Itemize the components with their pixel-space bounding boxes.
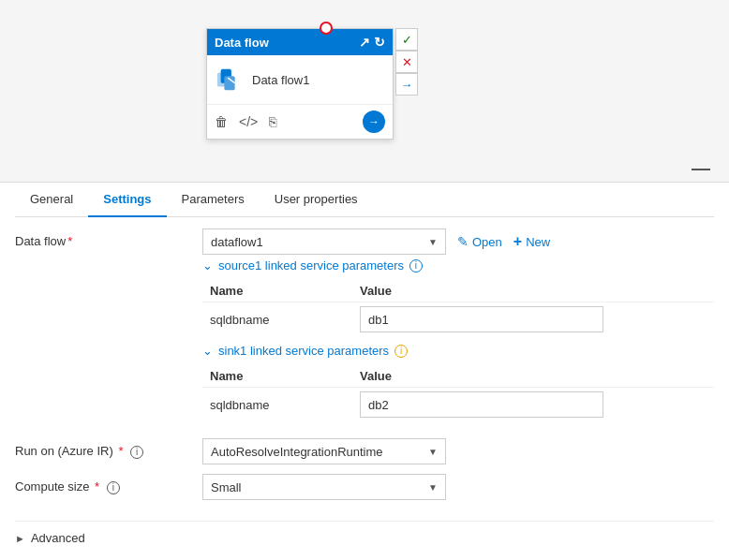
source1-section: ⌄ source1 linked service parameters i Na…: [202, 258, 714, 336]
refresh-icon[interactable]: ↻: [374, 35, 385, 50]
sink1-params-table: Name Value sqldbname: [202, 365, 714, 421]
dataflow-row: Data flow* dataflow1 ▼ ✎ Open +: [15, 228, 714, 429]
checkmark-action[interactable]: ✓: [395, 28, 418, 51]
compute-size-info-icon[interactable]: i: [107, 481, 120, 494]
node-body: Data flow1: [207, 55, 393, 104]
settings-panel: General Settings Parameters User propert…: [0, 183, 729, 554]
code-icon[interactable]: </>: [239, 114, 258, 129]
node-card: Data flow ↗ ↻: [206, 28, 394, 140]
sink1-params-header: Name Value: [202, 365, 714, 387]
sink1-toggle[interactable]: ⌄ sink1 linked service parameters i: [202, 344, 714, 358]
compute-size-control: Small ▼: [202, 474, 714, 500]
tabs: General Settings Parameters User propert…: [15, 183, 714, 217]
source1-toggle[interactable]: ⌄ source1 linked service parameters i: [202, 258, 714, 273]
run-on-row: Run on (Azure IR) * i AutoResolveIntegra…: [15, 438, 714, 464]
run-on-required: *: [118, 444, 123, 458]
sink1-info-icon[interactable]: i: [394, 345, 408, 358]
run-on-control: AutoResolveIntegrationRuntime ▼: [202, 438, 714, 464]
source1-params-header: Name Value: [202, 280, 714, 302]
close-action[interactable]: ✕: [395, 51, 418, 73]
compute-size-label: Compute size * i: [15, 474, 202, 494]
arrow-icon[interactable]: →: [363, 111, 385, 133]
form-section: Data flow* dataflow1 ▼ ✎ Open +: [15, 217, 714, 521]
advanced-label: Advanced: [31, 531, 85, 545]
compute-size-chevron-icon: ▼: [428, 482, 438, 493]
dataflow-required: *: [67, 234, 72, 248]
dataflow-select[interactable]: dataflow1 ▼: [202, 228, 446, 255]
source1-info-icon[interactable]: i: [409, 259, 423, 273]
svg-rect-2: [224, 76, 234, 90]
tab-general[interactable]: General: [15, 183, 88, 217]
compute-size-select[interactable]: Small ▼: [202, 474, 446, 500]
node-red-dot: [320, 22, 333, 35]
arrow-right-action[interactable]: →: [395, 73, 418, 96]
chevron-right-icon: ►: [15, 533, 25, 544]
chevron-down-sink1-icon: ⌄: [202, 344, 213, 358]
sink1-param-row-0: sqldbname: [202, 387, 714, 421]
open-link[interactable]: ✎ Open: [457, 234, 502, 249]
run-on-select[interactable]: AutoResolveIntegrationRuntime ▼: [202, 438, 446, 464]
pencil-icon: ✎: [457, 234, 469, 249]
dataflow-control-area: dataflow1 ▼ ✎ Open + New: [202, 228, 714, 429]
source1-params-table: Name Value sqldbname: [202, 280, 714, 336]
node-title: Data flow: [215, 36, 269, 50]
advanced-row[interactable]: ► Advanced: [15, 521, 714, 554]
node-footer: 🗑 </> ⎘ →: [207, 104, 393, 139]
new-link[interactable]: + New: [513, 233, 550, 250]
trash-icon[interactable]: 🗑: [215, 114, 228, 129]
external-link-icon[interactable]: ↗: [359, 35, 370, 50]
collapse-line: [692, 169, 710, 170]
select-chevron-icon: ▼: [428, 237, 438, 247]
dataflow-node: Data flow ↗ ↻: [206, 28, 394, 140]
node-header: Data flow ↗ ↻: [207, 29, 393, 55]
node-side-actions: ✓ ✕ →: [395, 28, 418, 96]
tab-settings[interactable]: Settings: [88, 183, 166, 217]
dataflow-label: Data flow*: [15, 228, 202, 248]
chevron-down-source1-icon: ⌄: [202, 258, 213, 273]
dataflow-select-row: dataflow1 ▼ ✎ Open + New: [202, 228, 714, 255]
sink1-value-input-0[interactable]: [360, 391, 603, 418]
source1-value-input-0[interactable]: [360, 306, 603, 332]
compute-size-required: *: [95, 479, 99, 494]
copy-icon[interactable]: ⎘: [269, 114, 276, 129]
tab-parameters[interactable]: Parameters: [167, 183, 260, 217]
run-on-info-icon[interactable]: i: [130, 446, 143, 459]
node-label: Data flow1: [252, 73, 309, 87]
dataflow-icon: [215, 65, 245, 95]
tab-user-properties[interactable]: User properties: [260, 183, 373, 217]
canvas-area: Data flow ↗ ↻: [0, 0, 729, 183]
run-on-label: Run on (Azure IR) * i: [15, 438, 202, 459]
sink1-section: ⌄ sink1 linked service parameters i Name…: [202, 344, 714, 421]
compute-size-row: Compute size * i Small ▼: [15, 474, 714, 500]
source1-param-row-0: sqldbname: [202, 302, 714, 336]
node-header-icons: ↗ ↻: [359, 35, 385, 50]
plus-icon: +: [513, 233, 522, 250]
run-on-chevron-icon: ▼: [428, 447, 438, 457]
